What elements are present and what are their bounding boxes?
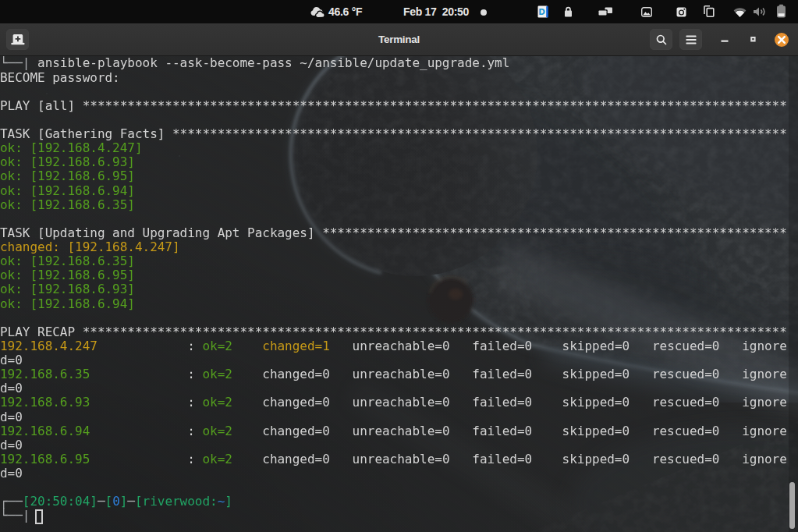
terminal-line: d=0 (0, 381, 787, 395)
terminal-line: d=0 (0, 353, 787, 367)
tray-camera-icon[interactable] (676, 6, 686, 20)
tray-d-app-icon[interactable]: D (537, 5, 549, 21)
terminal-line (0, 481, 787, 495)
tray-lock-icon[interactable] (563, 6, 573, 20)
terminal-line: d=0 (0, 438, 787, 452)
terminal-line: ok: [192.168.6.95] (0, 169, 787, 183)
terminal-line: ok: [192.168.6.95] (0, 268, 787, 282)
terminal-line: ok: [192.168.6.93] (0, 282, 787, 296)
terminal-line: └──| (0, 509, 787, 523)
wifi-icon[interactable] (733, 6, 747, 20)
tray-copy-icon[interactable] (704, 5, 715, 20)
terminal-line: PLAY [all] *****************************… (0, 99, 787, 113)
terminal-line: TASK [Updating and Upgrading Apt Package… (0, 226, 787, 240)
scrollbar-track[interactable] (789, 56, 798, 532)
clock[interactable]: Feb 17 20:50 (403, 0, 469, 23)
menu-button[interactable] (679, 29, 702, 50)
weather-temperature[interactable]: 46.6 °F (328, 0, 362, 23)
maximize-button[interactable] (745, 29, 759, 50)
terminal-cursor (35, 509, 44, 524)
terminal-line: ok: [192.168.6.35] (0, 254, 787, 268)
svg-text:D: D (538, 7, 545, 16)
terminal-line: ok: [192.168.6.93] (0, 155, 787, 169)
top-panel: 46.6 °F Feb 17 20:50 D (0, 0, 798, 23)
speaker-icon[interactable] (753, 6, 768, 20)
close-button[interactable] (775, 33, 789, 47)
tray-photo-icon[interactable] (641, 6, 652, 20)
terminal-line: ok: [192.168.4.247] (0, 141, 787, 155)
terminal-titlebar[interactable]: Terminal (0, 23, 798, 56)
terminal-screen[interactable]: └──| ansible-playbook --ask-become-pass … (0, 56, 798, 532)
terminal-line: 192.168.6.95 : ok=2 changed=0 unreachabl… (0, 452, 787, 466)
scrollbar-thumb[interactable] (789, 482, 795, 529)
terminal-line (0, 85, 787, 99)
terminal-line: 192.168.6.35 : ok=2 changed=0 unreachabl… (0, 367, 787, 381)
tray-stacked-windows-icon[interactable] (598, 6, 613, 20)
terminal-line (0, 311, 787, 325)
terminal-line: BECOME password: (0, 71, 787, 85)
terminal-line: ok: [192.168.6.94] (0, 297, 787, 311)
minimize-button[interactable] (718, 29, 732, 50)
terminal-output: └──| ansible-playbook --ask-become-pass … (0, 56, 787, 523)
terminal-line: changed: [192.168.4.247] (0, 240, 787, 254)
terminal-line: ok: [192.168.6.94] (0, 184, 787, 198)
terminal-line: ┌──[20:50:04]─[0]─[riverwood:~] (0, 495, 787, 509)
terminal-line: d=0 (0, 410, 787, 424)
terminal-line: 192.168.6.93 : ok=2 changed=0 unreachabl… (0, 395, 787, 410)
terminal-line: 192.168.4.247 : ok=2 changed=1 unreachab… (0, 339, 787, 353)
terminal-line (0, 212, 787, 226)
terminal-line: 192.168.6.94 : ok=2 changed=0 unreachabl… (0, 424, 787, 438)
terminal-line: TASK [Gathering Facts] *****************… (0, 127, 787, 141)
terminal-line: ok: [192.168.6.35] (0, 198, 787, 212)
weather-cloud-icon (310, 5, 325, 21)
notification-dot (481, 9, 487, 16)
terminal-line: d=0 (0, 466, 787, 481)
terminal-line: PLAY RECAP *****************************… (0, 325, 787, 339)
window-title: Terminal (0, 23, 798, 55)
search-button[interactable] (650, 29, 672, 50)
terminal-line (0, 113, 787, 127)
terminal-line: └──| ansible-playbook --ask-become-pass … (0, 56, 787, 70)
battery-icon[interactable] (776, 4, 786, 21)
